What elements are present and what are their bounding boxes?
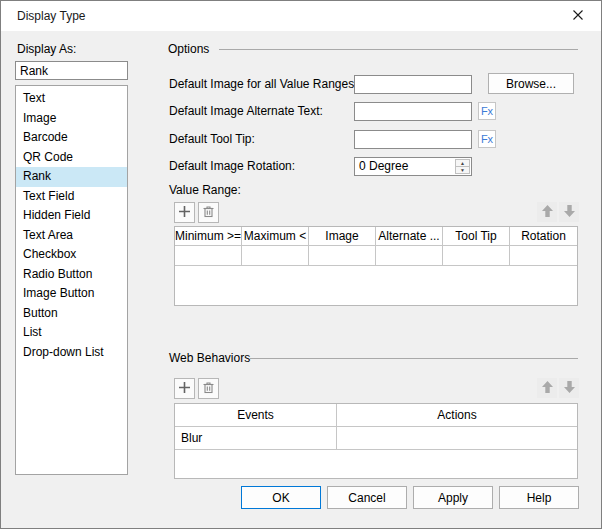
display-type-dialog: Display Type Display As: Text Image Barc…: [0, 0, 602, 529]
arrow-down-icon: [563, 204, 576, 221]
add-web-behavior-button[interactable]: [174, 378, 195, 399]
web-behaviors-table: Events Actions Blur: [174, 403, 578, 479]
close-button[interactable]: [563, 4, 593, 28]
alternate-text-input[interactable]: [354, 102, 472, 121]
delete-value-range-button[interactable]: [198, 202, 219, 223]
web-behavior-move-down-button[interactable]: [559, 378, 579, 398]
cell-minimum[interactable]: [175, 246, 242, 265]
tooltip-label: Default Tool Tip:: [169, 130, 255, 149]
web-behavior-row[interactable]: Blur: [175, 427, 577, 450]
value-range-label: Value Range:: [169, 183, 241, 197]
header-actions: Actions: [337, 404, 577, 426]
trash-icon: [202, 381, 215, 397]
rotation-value: 0 Degree: [359, 158, 408, 175]
value-range-row[interactable]: [175, 246, 577, 266]
tooltip-input[interactable]: [354, 130, 472, 149]
cell-maximum[interactable]: [242, 246, 309, 265]
cell-image[interactable]: [309, 246, 376, 265]
options-group-label: Options: [168, 42, 209, 56]
trash-icon: [202, 205, 215, 221]
fx-button-alternate-text[interactable]: Fx: [478, 102, 496, 120]
cell-rotation[interactable]: [510, 246, 577, 265]
plus-icon: [178, 381, 191, 397]
header-alternate: Alternate ...: [376, 227, 443, 245]
options-group-line: [219, 49, 578, 50]
display-as-input[interactable]: [15, 61, 128, 80]
value-range-table: Minimum >= Maximum < Image Alternate ...…: [174, 226, 578, 306]
plus-icon: [178, 205, 191, 221]
arrow-up-icon: [541, 380, 554, 397]
list-item-image[interactable]: Image: [16, 109, 127, 129]
web-behaviors-group-label: Web Behaviors: [169, 351, 250, 365]
add-value-range-button[interactable]: [174, 202, 195, 223]
list-item-text[interactable]: Text: [16, 89, 127, 109]
help-button[interactable]: Help: [499, 486, 579, 509]
list-item-rank[interactable]: Rank: [16, 167, 127, 187]
title-bar: Display Type: [1, 1, 601, 31]
apply-button[interactable]: Apply: [413, 486, 493, 509]
list-item-checkbox[interactable]: Checkbox: [16, 245, 127, 265]
spin-up-button[interactable]: ▲: [455, 159, 470, 167]
fx-icon: Fx: [481, 133, 493, 145]
default-image-label: Default Image for all Value Ranges:: [169, 75, 358, 94]
list-item-list[interactable]: List: [16, 323, 127, 343]
list-item-button[interactable]: Button: [16, 304, 127, 324]
arrow-down-icon: [563, 380, 576, 397]
triangle-down-icon: ▼: [460, 167, 465, 173]
display-as-label: Display As:: [17, 42, 76, 56]
fx-icon: Fx: [481, 105, 493, 117]
browse-button[interactable]: Browse...: [488, 73, 574, 94]
fx-button-tooltip[interactable]: Fx: [478, 130, 496, 148]
rotation-label: Default Image Rotation:: [169, 157, 295, 176]
value-range-move-down-button[interactable]: [559, 202, 579, 222]
cancel-button[interactable]: Cancel: [327, 486, 407, 509]
rotation-spinner[interactable]: 0 Degree ▲ ▼: [354, 157, 472, 176]
list-item-image-button[interactable]: Image Button: [16, 284, 127, 304]
value-range-move-up-button[interactable]: [537, 202, 557, 222]
delete-web-behavior-button[interactable]: [198, 378, 219, 399]
header-rotation: Rotation: [510, 227, 577, 245]
triangle-up-icon: ▲: [460, 160, 465, 166]
display-as-listbox: Text Image Barcode QR Code Rank Text Fie…: [15, 85, 128, 475]
web-behaviors-group-line: [250, 358, 578, 359]
ok-button[interactable]: OK: [241, 486, 321, 509]
spin-down-button[interactable]: ▼: [455, 167, 470, 175]
event-cell-blur[interactable]: Blur: [175, 427, 337, 449]
list-item-hidden-field[interactable]: Hidden Field: [16, 206, 127, 226]
header-image: Image: [309, 227, 376, 245]
list-item-barcode[interactable]: Barcode: [16, 128, 127, 148]
cell-alternate[interactable]: [376, 246, 443, 265]
list-item-drop-down-list[interactable]: Drop-down List: [16, 343, 127, 363]
arrow-up-icon: [541, 204, 554, 221]
header-maximum: Maximum <: [242, 227, 309, 245]
list-item-text-field[interactable]: Text Field: [16, 187, 127, 207]
web-behavior-move-up-button[interactable]: [537, 378, 557, 398]
list-item-qr-code[interactable]: QR Code: [16, 148, 127, 168]
list-item-radio-button[interactable]: Radio Button: [16, 265, 127, 285]
header-minimum: Minimum >=: [175, 227, 242, 245]
list-item-text-area[interactable]: Text Area: [16, 226, 127, 246]
cell-tool-tip[interactable]: [443, 246, 510, 265]
close-icon: [572, 9, 584, 24]
alternate-text-label: Default Image Alternate Text:: [169, 102, 323, 121]
default-image-input[interactable]: [354, 75, 472, 94]
window-title: Display Type: [17, 9, 85, 23]
header-events: Events: [175, 404, 337, 426]
header-tool-tip: Tool Tip: [443, 227, 510, 245]
action-cell[interactable]: [337, 427, 577, 449]
